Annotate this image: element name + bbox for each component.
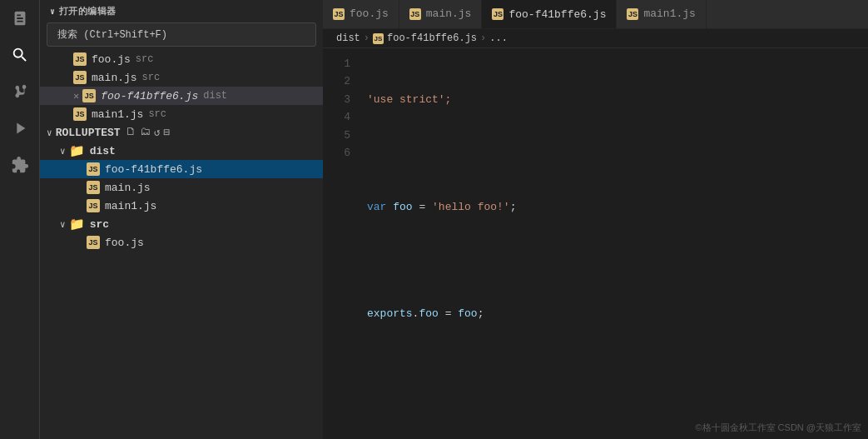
code-line-5: exports.foo = foo; — [367, 305, 868, 322]
js-badge: JS — [73, 71, 87, 84]
code-content[interactable]: 'use strict'; var foo = 'hello foo!'; ex… — [360, 55, 868, 432]
breadcrumb: dist › JS foo-f41bffe6.js › ... — [323, 29, 868, 48]
activity-bar — [0, 0, 40, 439]
source-control-icon[interactable] — [8, 80, 32, 103]
folder-icon: 📁 — [69, 217, 85, 232]
code-line-3: var foo = 'hello foo!'; — [367, 198, 868, 216]
code-editor[interactable]: 1 2 3 4 5 6 'use strict'; var foo = 'hel… — [323, 48, 868, 439]
js-badge: JS — [87, 162, 100, 176]
file-main-dist[interactable]: JS main.js — [40, 178, 323, 197]
file-foo-src[interactable]: JS foo.js — [40, 233, 323, 252]
chevron-icon: ∨ — [50, 7, 56, 17]
folder-icon: 📁 — [69, 143, 85, 159]
chevron-icon: ∨ — [47, 127, 52, 138]
project-root[interactable]: ∨ ROLLUPTEST 🗋 🗂 ↺ ⊟ — [40, 123, 323, 142]
new-file-icon[interactable]: 🗋 — [126, 126, 136, 139]
js-badge: JS — [82, 89, 96, 102]
file-foo-f41bffe6[interactable]: JS foo-f41bffe6.js — [40, 160, 323, 178]
tab-main-js[interactable]: JS main.js — [399, 0, 483, 28]
code-line-4 — [367, 252, 868, 269]
code-line-6 — [367, 358, 868, 376]
open-editor-foo-js[interactable]: JS foo.js src — [40, 50, 323, 68]
tab-foo-f41bffe6[interactable]: JS foo-f41bffe6.js — [482, 0, 617, 28]
open-editor-main1-js[interactable]: JS main1.js src — [40, 105, 323, 123]
sidebar: ∨ 打开的编辑器 搜索 (Ctrl+Shift+F) JS foo.js src… — [40, 0, 323, 439]
close-icon[interactable]: ✕ — [73, 90, 79, 102]
js-badge: JS — [492, 8, 503, 20]
open-editor-main-js[interactable]: JS main.js src — [40, 68, 323, 87]
js-badge: JS — [627, 8, 638, 20]
js-badge: JS — [333, 8, 345, 20]
new-folder-icon[interactable]: 🗂 — [140, 126, 151, 139]
collapse-icon[interactable]: ⊟ — [163, 126, 170, 139]
editor-area: JS foo.js JS main.js JS foo-f41bffe6.js … — [323, 0, 868, 439]
chevron-icon: ∨ — [60, 219, 66, 230]
line-numbers: 1 2 3 4 5 6 — [323, 55, 360, 432]
js-badge: JS — [87, 236, 100, 249]
js-badge: JS — [73, 52, 87, 66]
search-tooltip: 搜索 (Ctrl+Shift+F) — [47, 22, 316, 47]
tabs-bar: JS foo.js JS main.js JS foo-f41bffe6.js … — [323, 0, 868, 29]
watermark: ©格十圆金秋工作室 CSDN @天狼工作室 — [695, 422, 861, 434]
chevron-icon: ∨ — [60, 146, 66, 157]
tab-foo-js[interactable]: JS foo.js — [323, 0, 399, 28]
js-badge: JS — [87, 199, 100, 212]
run-icon[interactable] — [8, 117, 32, 140]
extensions-icon[interactable] — [8, 153, 32, 177]
open-editors-header[interactable]: ∨ 打开的编辑器 — [40, 0, 323, 22]
search-icon[interactable] — [8, 43, 32, 67]
src-folder[interactable]: ∨ 📁 src — [40, 215, 323, 233]
open-editor-foo-f41bffe6[interactable]: ✕ JS foo-f41bffe6.js dist — [40, 87, 323, 105]
refresh-icon[interactable]: ↺ — [154, 126, 161, 139]
tab-main1-js[interactable]: JS main1.js — [617, 0, 706, 28]
js-badge: JS — [409, 8, 421, 20]
js-badge: JS — [73, 107, 87, 121]
file-main1-dist[interactable]: JS main1.js — [40, 197, 323, 215]
files-icon[interactable] — [8, 7, 32, 30]
code-line-2 — [367, 144, 868, 162]
js-badge: JS — [87, 181, 100, 194]
dist-folder[interactable]: ∨ 📁 dist — [40, 142, 323, 160]
code-line-1: 'use strict'; — [367, 91, 868, 108]
